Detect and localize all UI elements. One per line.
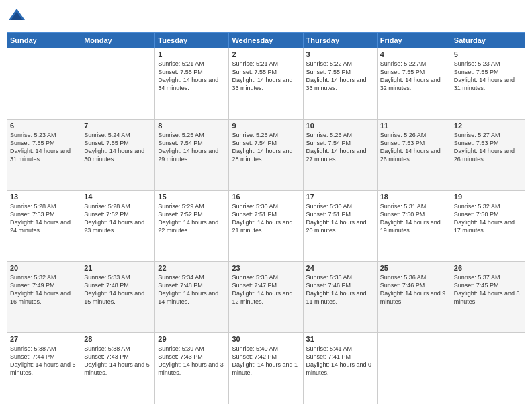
calendar-cell: 11Sunrise: 5:26 AM Sunset: 7:53 PM Dayli… [377,120,451,191]
calendar-cell: 6Sunrise: 5:23 AM Sunset: 7:55 PM Daylig… [7,120,81,191]
cell-content: Sunrise: 5:37 AM Sunset: 7:45 PM Dayligh… [454,273,522,306]
calendar-cell: 12Sunrise: 5:27 AM Sunset: 7:53 PM Dayli… [451,120,525,191]
header-row: SundayMondayTuesdayWednesdayThursdayFrid… [7,33,525,48]
day-number: 14 [84,193,152,201]
week-row-2: 13Sunrise: 5:28 AM Sunset: 7:53 PM Dayli… [7,191,525,262]
week-row-1: 6Sunrise: 5:23 AM Sunset: 7:55 PM Daylig… [7,120,525,191]
day-number: 4 [380,50,448,58]
col-header-friday: Friday [377,33,451,48]
calendar-cell: 1Sunrise: 5:21 AM Sunset: 7:55 PM Daylig… [155,48,229,120]
cell-content: Sunrise: 5:36 AM Sunset: 7:46 PM Dayligh… [380,273,448,306]
col-header-sunday: Sunday [7,33,81,48]
day-number: 26 [454,264,522,272]
cell-content: Sunrise: 5:35 AM Sunset: 7:47 PM Dayligh… [232,273,300,306]
cell-content: Sunrise: 5:34 AM Sunset: 7:48 PM Dayligh… [158,273,226,306]
day-number: 15 [158,193,226,201]
cell-content: Sunrise: 5:23 AM Sunset: 7:55 PM Dayligh… [10,131,78,164]
day-number: 5 [454,50,522,58]
col-header-saturday: Saturday [451,33,525,48]
calendar-cell: 31Sunrise: 5:41 AM Sunset: 7:41 PM Dayli… [303,333,377,404]
cell-content: Sunrise: 5:25 AM Sunset: 7:54 PM Dayligh… [232,131,300,164]
calendar-cell: 24Sunrise: 5:35 AM Sunset: 7:46 PM Dayli… [303,262,377,333]
cell-content: Sunrise: 5:27 AM Sunset: 7:53 PM Dayligh… [454,131,522,164]
calendar-cell: 16Sunrise: 5:30 AM Sunset: 7:51 PM Dayli… [229,191,303,262]
day-number: 30 [232,335,300,343]
calendar-cell: 21Sunrise: 5:33 AM Sunset: 7:48 PM Dayli… [81,262,155,333]
calendar-cell: 19Sunrise: 5:32 AM Sunset: 7:50 PM Dayli… [451,191,525,262]
calendar-cell: 17Sunrise: 5:30 AM Sunset: 7:51 PM Dayli… [303,191,377,262]
day-number: 12 [454,122,522,130]
day-number: 10 [306,122,374,130]
calendar-cell: 25Sunrise: 5:36 AM Sunset: 7:46 PM Dayli… [377,262,451,333]
day-number: 23 [232,264,300,272]
day-number: 3 [306,50,374,58]
calendar-cell [451,333,525,404]
calendar-cell: 29Sunrise: 5:39 AM Sunset: 7:43 PM Dayli… [155,333,229,404]
calendar-cell: 15Sunrise: 5:29 AM Sunset: 7:52 PM Dayli… [155,191,229,262]
day-number: 18 [380,193,448,201]
week-row-0: 1Sunrise: 5:21 AM Sunset: 7:55 PM Daylig… [7,48,525,120]
day-number: 6 [10,122,78,130]
cell-content: Sunrise: 5:21 AM Sunset: 7:55 PM Dayligh… [232,60,300,93]
cell-content: Sunrise: 5:22 AM Sunset: 7:55 PM Dayligh… [380,60,448,93]
day-number: 31 [306,335,374,343]
day-number: 19 [454,193,522,201]
day-number: 28 [84,335,152,343]
week-row-4: 27Sunrise: 5:38 AM Sunset: 7:44 PM Dayli… [7,333,525,404]
day-number: 24 [306,264,374,272]
calendar-cell: 30Sunrise: 5:40 AM Sunset: 7:42 PM Dayli… [229,333,303,404]
col-header-monday: Monday [81,33,155,48]
cell-content: Sunrise: 5:41 AM Sunset: 7:41 PM Dayligh… [306,345,374,377]
cell-content: Sunrise: 5:38 AM Sunset: 7:44 PM Dayligh… [10,345,78,377]
calendar-cell: 13Sunrise: 5:28 AM Sunset: 7:53 PM Dayli… [7,191,81,262]
calendar-cell: 8Sunrise: 5:25 AM Sunset: 7:54 PM Daylig… [155,120,229,191]
cell-content: Sunrise: 5:26 AM Sunset: 7:53 PM Dayligh… [380,131,448,164]
logo-icon [7,7,27,27]
calendar-cell [81,48,155,120]
day-number: 16 [232,193,300,201]
calendar-cell: 28Sunrise: 5:38 AM Sunset: 7:43 PM Dayli… [81,333,155,404]
calendar-cell: 7Sunrise: 5:24 AM Sunset: 7:55 PM Daylig… [81,120,155,191]
calendar-cell: 23Sunrise: 5:35 AM Sunset: 7:47 PM Dayli… [229,262,303,333]
calendar-cell: 26Sunrise: 5:37 AM Sunset: 7:45 PM Dayli… [451,262,525,333]
cell-content: Sunrise: 5:39 AM Sunset: 7:43 PM Dayligh… [158,345,226,377]
logo [7,7,30,27]
day-number: 22 [158,264,226,272]
day-number: 20 [10,264,78,272]
col-header-thursday: Thursday [303,33,377,48]
day-number: 27 [10,335,78,343]
cell-content: Sunrise: 5:38 AM Sunset: 7:43 PM Dayligh… [84,345,152,377]
cell-content: Sunrise: 5:32 AM Sunset: 7:50 PM Dayligh… [454,202,522,235]
calendar-cell: 27Sunrise: 5:38 AM Sunset: 7:44 PM Dayli… [7,333,81,404]
calendar-cell [377,333,451,404]
day-number: 21 [84,264,152,272]
calendar-cell: 18Sunrise: 5:31 AM Sunset: 7:50 PM Dayli… [377,191,451,262]
cell-content: Sunrise: 5:28 AM Sunset: 7:53 PM Dayligh… [10,202,78,235]
cell-content: Sunrise: 5:40 AM Sunset: 7:42 PM Dayligh… [232,345,300,377]
calendar-cell: 10Sunrise: 5:26 AM Sunset: 7:54 PM Dayli… [303,120,377,191]
day-number: 8 [158,122,226,130]
page: SundayMondayTuesdayWednesdayThursdayFrid… [0,0,532,411]
calendar-cell: 5Sunrise: 5:23 AM Sunset: 7:55 PM Daylig… [451,48,525,120]
cell-content: Sunrise: 5:30 AM Sunset: 7:51 PM Dayligh… [306,202,374,235]
day-number: 25 [380,264,448,272]
cell-content: Sunrise: 5:24 AM Sunset: 7:55 PM Dayligh… [84,131,152,164]
calendar-cell: 3Sunrise: 5:22 AM Sunset: 7:55 PM Daylig… [303,48,377,120]
cell-content: Sunrise: 5:32 AM Sunset: 7:49 PM Dayligh… [10,273,78,306]
calendar-cell: 22Sunrise: 5:34 AM Sunset: 7:48 PM Dayli… [155,262,229,333]
day-number: 29 [158,335,226,343]
calendar: SundayMondayTuesdayWednesdayThursdayFrid… [7,32,525,404]
day-number: 1 [158,50,226,58]
cell-content: Sunrise: 5:33 AM Sunset: 7:48 PM Dayligh… [84,273,152,306]
day-number: 2 [232,50,300,58]
cell-content: Sunrise: 5:31 AM Sunset: 7:50 PM Dayligh… [380,202,448,235]
calendar-cell [7,48,81,120]
calendar-cell: 20Sunrise: 5:32 AM Sunset: 7:49 PM Dayli… [7,262,81,333]
cell-content: Sunrise: 5:28 AM Sunset: 7:52 PM Dayligh… [84,202,152,235]
calendar-cell: 4Sunrise: 5:22 AM Sunset: 7:55 PM Daylig… [377,48,451,120]
calendar-cell: 2Sunrise: 5:21 AM Sunset: 7:55 PM Daylig… [229,48,303,120]
col-header-wednesday: Wednesday [229,33,303,48]
col-header-tuesday: Tuesday [155,33,229,48]
cell-content: Sunrise: 5:30 AM Sunset: 7:51 PM Dayligh… [232,202,300,235]
day-number: 11 [380,122,448,130]
